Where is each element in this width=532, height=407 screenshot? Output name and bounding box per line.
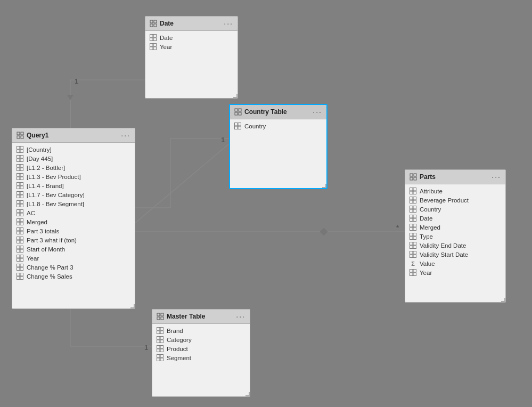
svg-rect-107	[413, 197, 416, 200]
svg-rect-92	[17, 267, 20, 271]
svg-rect-139	[161, 313, 163, 316]
svg-rect-143	[160, 328, 163, 331]
svg-rect-115	[413, 215, 416, 218]
svg-rect-74	[17, 228, 20, 231]
query1-field-country: [Country]	[12, 145, 135, 154]
svg-rect-21	[153, 38, 157, 41]
svg-rect-71	[20, 219, 23, 222]
parts-table-resize[interactable]	[501, 298, 505, 302]
svg-rect-73	[20, 222, 23, 225]
svg-rect-149	[160, 340, 163, 343]
p-icon3	[410, 206, 416, 213]
svg-rect-121	[413, 227, 416, 231]
svg-rect-134	[410, 270, 413, 273]
p-icon1	[410, 188, 416, 194]
master-table-fields: Brand Category Product Segment	[152, 324, 250, 364]
date-table-menu[interactable]: ···	[224, 19, 233, 28]
svg-rect-87	[20, 255, 23, 258]
svg-rect-86	[17, 255, 20, 258]
svg-rect-102	[410, 188, 413, 191]
svg-rect-127	[413, 242, 416, 246]
svg-rect-148	[157, 340, 160, 343]
svg-rect-56	[17, 186, 20, 189]
svg-rect-51	[20, 174, 23, 177]
query1-table-resize[interactable]	[130, 304, 135, 308]
parts-field-type: Type	[405, 232, 505, 241]
query1-table-title: Query1	[27, 132, 48, 139]
query1-field-bevproduct: [L1.3 - Bev Product]	[12, 172, 135, 181]
svg-rect-18	[150, 35, 153, 38]
svg-rect-157	[160, 358, 163, 361]
svg-rect-66	[17, 210, 20, 213]
svg-rect-40	[17, 150, 20, 153]
svg-rect-119	[413, 224, 416, 227]
svg-rect-82	[17, 246, 20, 249]
parts-table-header: Parts ···	[405, 170, 505, 184]
svg-rect-64	[17, 204, 20, 207]
svg-rect-28	[235, 112, 238, 115]
date-table-resize[interactable]	[233, 94, 238, 98]
master-field-category: Category	[152, 335, 250, 344]
svg-rect-67	[20, 210, 23, 213]
svg-rect-99	[414, 174, 416, 176]
query1-table-menu[interactable]: ···	[121, 131, 130, 140]
country-table-fields: Country	[230, 119, 326, 133]
svg-rect-57	[20, 186, 23, 189]
query1-field-startofmonth: Start of Month	[12, 245, 135, 254]
svg-rect-155	[160, 355, 163, 358]
svg-rect-152	[157, 349, 160, 352]
svg-marker-13	[320, 228, 328, 235]
cardinality-master-1: 1	[144, 344, 148, 352]
svg-rect-95	[20, 273, 23, 276]
svg-rect-98	[410, 174, 413, 176]
country-table-menu[interactable]: ···	[313, 108, 322, 116]
p-icon8	[410, 251, 416, 258]
svg-rect-60	[17, 195, 20, 198]
svg-rect-70	[17, 219, 20, 222]
q1-icon15	[17, 273, 23, 280]
svg-rect-150	[157, 346, 160, 349]
svg-rect-80	[17, 240, 20, 243]
svg-rect-65	[20, 204, 23, 207]
svg-rect-75	[20, 228, 23, 231]
svg-rect-117	[413, 218, 416, 222]
svg-rect-83	[20, 246, 23, 249]
svg-rect-147	[160, 337, 163, 340]
svg-rect-140	[157, 317, 160, 320]
query1-field-brand: [L1.4 - Brand]	[12, 181, 135, 190]
parts-table-title: Parts	[420, 173, 436, 181]
query1-field-part3totals: Part 3 totals	[12, 226, 135, 235]
q1-icon6	[17, 191, 23, 198]
master-table-resize[interactable]	[245, 392, 250, 396]
country-field-country-label: Country	[244, 123, 266, 129]
svg-rect-33	[238, 126, 241, 129]
parts-table-menu[interactable]: ···	[492, 173, 501, 181]
country-table-header: Country Table ···	[230, 105, 326, 119]
date-table-title: Date	[160, 20, 174, 27]
svg-rect-49	[20, 168, 23, 171]
parts-field-merged: Merged	[405, 223, 505, 232]
cardinality-date-1: 1	[75, 77, 78, 85]
svg-rect-76	[17, 231, 20, 234]
svg-rect-90	[17, 264, 20, 267]
master-table-menu[interactable]: ···	[236, 312, 245, 321]
q1-icon14	[17, 264, 23, 271]
svg-rect-135	[413, 270, 416, 273]
svg-rect-38	[17, 146, 20, 150]
svg-rect-124	[410, 237, 413, 240]
country-field-country-icon	[234, 123, 241, 129]
svg-rect-88	[17, 258, 20, 262]
svg-rect-46	[17, 165, 20, 168]
svg-rect-42	[17, 156, 20, 159]
country-table-resize[interactable]	[322, 184, 326, 188]
svg-rect-17	[154, 24, 157, 27]
parts-table: Parts ··· Attribute Beverage Product Cou…	[405, 169, 506, 303]
q1-icon13	[17, 255, 23, 262]
cardinality-parts-star: *	[396, 224, 399, 232]
query1-field-merged: Merged	[12, 217, 135, 226]
p-icon6	[410, 233, 416, 240]
svg-rect-97	[20, 276, 23, 280]
svg-rect-53	[20, 177, 23, 180]
query1-field-bevcategory: [L1.7 - Bev Category]	[12, 190, 135, 199]
svg-rect-113	[413, 209, 416, 213]
